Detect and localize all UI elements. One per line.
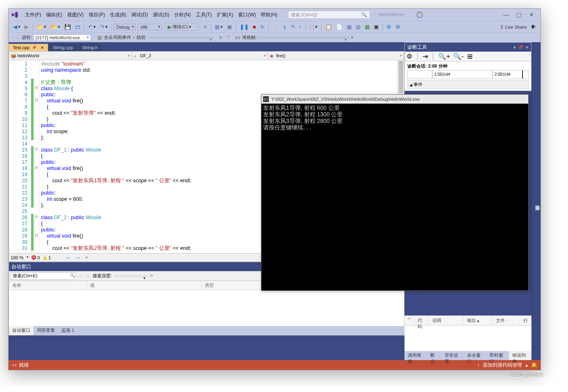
step-into-button[interactable]: ↴ <box>280 23 288 31</box>
tab-breakpoints[interactable]: 断点 <box>427 351 441 360</box>
menu-project[interactable]: 项目(P) <box>86 10 107 20</box>
menu-tools[interactable]: 工具(T) <box>193 10 214 20</box>
scope-dropdown[interactable]: 📦HelloWorld <box>9 52 132 60</box>
show-next-stmt-button[interactable]: → <box>271 23 279 31</box>
quick-search-input[interactable]: 搜索 (Ctrl+Q) 🔍 <box>288 11 370 19</box>
autos-extra-button[interactable]: ⟳ <box>150 273 153 279</box>
pause-button[interactable]: ❚❚ <box>238 23 250 31</box>
nav-prev-button[interactable]: ← <box>66 254 71 261</box>
el-col-line[interactable]: 行 <box>520 316 532 325</box>
menu-extensions[interactable]: 扩展(X) <box>214 10 236 20</box>
diag-events-header[interactable]: 事件 <box>407 80 529 89</box>
step-out-button[interactable]: ↑ <box>298 23 304 31</box>
tab-exceptions[interactable]: 异常设置 <box>441 351 464 360</box>
nav-forward-button[interactable]: ▶ <box>23 23 30 31</box>
save-button[interactable]: 💾 <box>63 23 73 31</box>
el-col-proj[interactable]: 项目 ▴ <box>463 316 493 325</box>
lifecycle-icon[interactable]: ▦ <box>95 34 104 41</box>
continue-button[interactable]: ▶继续(C) ▾ <box>165 23 197 31</box>
source-control-chevron-icon[interactable]: ▴ <box>525 362 528 368</box>
tab-command[interactable]: 命令窗口 <box>464 351 486 360</box>
zoom-in-icon[interactable]: 🔍+ <box>438 52 450 60</box>
process-dropdown[interactable]: [3172] HelloWorld.exe <box>34 34 91 41</box>
col-value[interactable]: 值 <box>87 281 202 290</box>
tab-immediate[interactable]: 即时窗口 <box>486 351 509 360</box>
el-col-desc[interactable]: 说明 <box>429 316 463 325</box>
tab-locals[interactable]: 局部变量 <box>34 326 58 335</box>
misc-button-7[interactable]: ⚙ <box>385 23 393 31</box>
panel-pin-icon[interactable]: 📌 <box>518 45 523 50</box>
tab-errorlist[interactable]: 错误列表 <box>509 351 532 360</box>
minimize-button[interactable]: — <box>503 11 509 18</box>
nav-back-button[interactable]: ◀▾ <box>11 23 22 31</box>
thread-btn2[interactable]: ⊤ <box>225 34 232 41</box>
depth-dropdown[interactable] <box>114 275 147 277</box>
new-project-button[interactable]: 📁▾ <box>35 23 48 31</box>
thread-btn3[interactable]: ⋈ <box>233 34 242 41</box>
tab-string-h[interactable]: String.h <box>78 44 102 51</box>
col-name[interactable]: 名称 <box>9 281 87 290</box>
misc-button-5[interactable]: ▦ <box>363 23 371 31</box>
misc-button-6[interactable]: ▣ <box>372 23 380 31</box>
exit-icon[interactable]: ⇥ <box>423 52 428 60</box>
restart-button[interactable]: ↻ <box>259 23 266 31</box>
close-icon[interactable]: ✕ <box>41 45 44 50</box>
step-button-2[interactable]: ▣ <box>225 23 234 31</box>
misc-button-4[interactable]: ▥ <box>354 23 362 31</box>
nav-more-button[interactable]: ▾ <box>84 254 89 261</box>
close-button[interactable]: ✕ <box>529 11 534 18</box>
step-button-1[interactable]: ▦▾ <box>213 23 225 31</box>
search-nav-prev[interactable]: ← <box>79 274 83 279</box>
search-nav-next[interactable]: → <box>86 274 90 279</box>
menu-debug[interactable]: 调试(D) <box>129 10 150 20</box>
function-dropdown[interactable]: ◉fire() <box>268 52 404 60</box>
undo-button[interactable]: ↶▾ <box>86 23 98 31</box>
stop-button[interactable]: ■ <box>251 23 258 31</box>
panel-close-icon[interactable]: ✕ <box>525 45 529 50</box>
pin-icon[interactable]: 📌 <box>32 45 36 50</box>
warning-count[interactable]: 1 <box>43 255 51 260</box>
el-col-file[interactable]: 文件 <box>493 316 520 325</box>
notification-icon[interactable]: 🔔 <box>531 362 537 368</box>
menu-help[interactable]: 帮助(H) <box>258 10 280 20</box>
reset-zoom-icon[interactable]: ⊞ <box>467 52 473 60</box>
el-col-icon[interactable]: ⁗ <box>404 316 414 325</box>
feedback-button[interactable]: 🗣 <box>529 23 538 31</box>
menu-edit[interactable]: 编辑(E) <box>43 10 65 20</box>
step-over-button[interactable]: ↷ <box>289 23 297 31</box>
console-titlebar[interactable]: C:\ Y:\002_WorkSpace\002_VS\HelloWorld\H… <box>261 95 528 104</box>
intellitrace-button[interactable]: ⬚▾ <box>308 23 319 31</box>
live-share-button[interactable]: ⇪ Live Share <box>498 23 528 31</box>
thread-btn1[interactable]: ▾ <box>218 34 224 41</box>
open-button[interactable]: 📂▾ <box>49 23 62 31</box>
tab-callstack[interactable]: 调用堆栈 <box>404 351 427 360</box>
menu-analyze[interactable]: 分析(N) <box>172 10 193 20</box>
solution-explorer-tab[interactable]: 解决方案资源管理器 <box>532 42 541 360</box>
thread-dropdown[interactable] <box>148 37 214 39</box>
gear-icon[interactable]: ⚙ <box>407 52 412 60</box>
config-dropdown[interactable]: Debug <box>114 24 136 30</box>
menu-test[interactable]: 测试(S) <box>150 10 172 20</box>
zoom-dropdown[interactable]: 100 % <box>11 255 28 260</box>
misc-button-2[interactable]: 📄 <box>334 23 344 31</box>
redo-button[interactable]: ↷▾ <box>98 23 109 31</box>
misc-button-8[interactable]: ⚙ <box>394 23 402 31</box>
menu-view[interactable]: 视图(V) <box>65 10 86 20</box>
panel-dropdown-icon[interactable]: ▾ <box>513 45 516 50</box>
misc-button-1[interactable]: 📋 <box>324 23 334 31</box>
stack-extra-button[interactable]: ▾ <box>349 34 355 41</box>
menu-window[interactable]: 窗口(W) <box>236 10 258 20</box>
menu-build[interactable]: 生成(B) <box>107 10 129 20</box>
tab-autos[interactable]: 自动窗口 <box>9 326 34 335</box>
console-window[interactable]: C:\ Y:\002_WorkSpace\002_VS\HelloWorld\H… <box>261 94 529 291</box>
split-icon[interactable]: ▭ <box>398 60 404 64</box>
account-icon[interactable] <box>416 11 423 18</box>
save-all-button[interactable]: 🗃 <box>73 23 82 31</box>
platform-dropdown[interactable]: x86 <box>137 24 162 30</box>
autos-search-input[interactable]: 搜索(Ctrl+E) <box>11 272 76 280</box>
misc-button-3[interactable]: ▦ <box>345 23 353 31</box>
error-count[interactable]: ✕0 <box>32 255 40 260</box>
diag-timeline[interactable]: 1:50分钟 2:00分钟 <box>407 70 529 79</box>
el-col-code[interactable]: 代码 <box>414 316 429 325</box>
attach-button[interactable]: ⎋ <box>202 23 209 31</box>
